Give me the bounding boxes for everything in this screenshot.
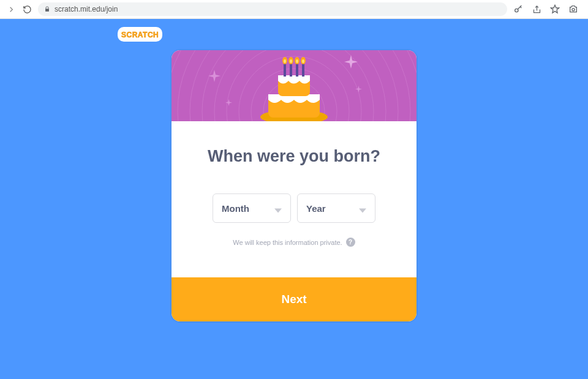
scratch-logo[interactable]: SCRATCH: [118, 27, 162, 42]
reload-icon[interactable]: [22, 4, 32, 14]
svg-point-25: [296, 59, 298, 63]
page-background: SCRATCH: [0, 19, 588, 379]
svg-rect-15: [284, 63, 286, 77]
address-bar[interactable]: scratch.mit.edu/join: [38, 2, 507, 16]
camera-icon[interactable]: [568, 4, 578, 14]
forward-arrow-icon[interactable]: [6, 4, 16, 14]
privacy-text: We will keep this information private.: [233, 239, 342, 246]
svg-rect-17: [296, 63, 298, 77]
birthdate-select-row: Month Year: [192, 193, 396, 223]
svg-point-26: [302, 59, 304, 63]
next-button-label: Next: [281, 293, 306, 306]
lock-icon: [44, 6, 50, 13]
card-title: When were you born?: [192, 147, 396, 166]
sparkle-icon: [225, 99, 232, 106]
browser-right-icons: [513, 4, 582, 14]
card-body: When were you born? Month Year We will k…: [172, 121, 417, 277]
svg-point-23: [284, 59, 286, 63]
svg-rect-16: [290, 63, 292, 77]
share-icon[interactable]: [532, 4, 541, 14]
chevron-down-icon: [274, 205, 282, 212]
chevron-down-icon: [359, 205, 366, 212]
signup-card: When were you born? Month Year We will k…: [172, 50, 417, 321]
browser-toolbar: scratch.mit.edu/join: [0, 0, 588, 19]
sparkle-icon: [344, 55, 358, 69]
svg-point-0: [515, 9, 518, 12]
year-select-label: Year: [306, 203, 326, 214]
svg-point-1: [572, 9, 575, 11]
url-text: scratch.mit.edu/join: [55, 5, 118, 13]
cake-illustration: [257, 54, 331, 121]
next-button[interactable]: Next: [172, 277, 417, 321]
card-banner: [172, 50, 417, 121]
star-icon[interactable]: [550, 4, 560, 14]
svg-rect-18: [302, 63, 304, 77]
month-select-label: Month: [222, 203, 249, 214]
year-select[interactable]: Year: [297, 193, 375, 223]
sparkle-icon: [355, 86, 362, 92]
logo-text: SCRATCH: [121, 31, 159, 39]
sparkle-icon: [208, 70, 221, 82]
key-icon[interactable]: [513, 4, 523, 14]
month-select[interactable]: Month: [213, 193, 291, 223]
help-icon[interactable]: ?: [346, 238, 355, 247]
svg-point-24: [290, 59, 292, 63]
privacy-row: We will keep this information private. ?: [192, 238, 396, 247]
